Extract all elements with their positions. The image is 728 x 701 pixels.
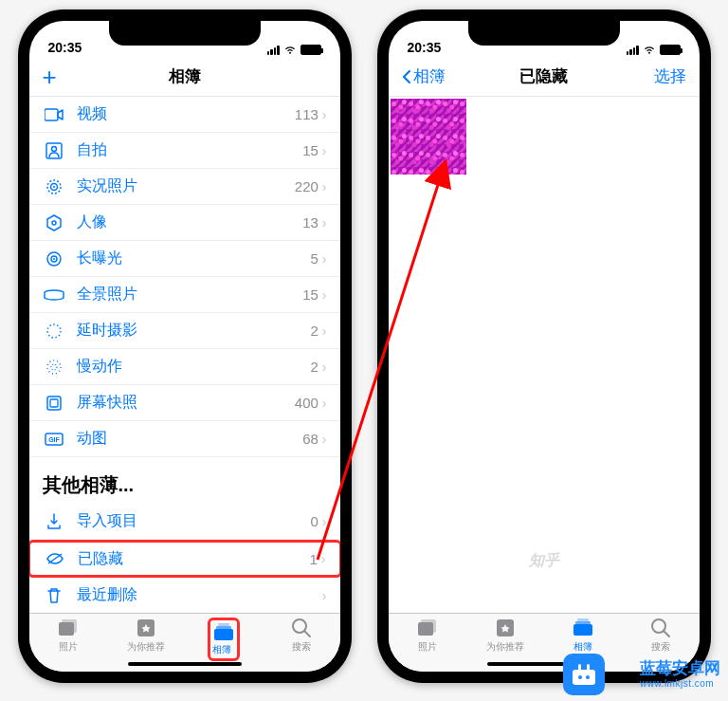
album-label: 动图 (77, 429, 303, 449)
import-icon (43, 513, 65, 530)
album-row-trash[interactable]: 最近删除 › (29, 578, 340, 613)
svg-line-33 (664, 631, 669, 636)
albums-list[interactable]: 视频 113 › 自拍 15 › 实况照片 220 › 人像 13 › 长曝光 … (29, 97, 340, 613)
svg-point-39 (586, 675, 590, 679)
album-label: 延时摄影 (77, 321, 311, 341)
wifi-icon (283, 46, 297, 55)
battery-icon (300, 45, 321, 55)
album-row-hidden[interactable]: 已隐藏 1 › (29, 540, 340, 578)
svg-point-2 (51, 146, 56, 151)
album-label: 最近删除 (77, 585, 318, 605)
tab-label: 相簿 (212, 644, 231, 655)
album-row-video[interactable]: 视频 113 › (29, 97, 340, 133)
nav-bar: + 相簿 (29, 57, 340, 97)
other-albums-header: 其他相薄... (29, 457, 340, 504)
svg-rect-19 (62, 619, 77, 633)
album-count: 113 (295, 106, 318, 122)
album-row-timelapse[interactable]: 延时摄影 2 › (29, 313, 340, 349)
add-button[interactable]: + (43, 65, 57, 89)
album-row-portrait[interactable]: 人像 13 › (29, 205, 340, 241)
album-count: 400 (295, 395, 318, 411)
album-row-screenshot[interactable]: 屏幕快照 400 › (29, 385, 340, 421)
album-row-live[interactable]: 实况照片 220 › (29, 169, 340, 205)
live-icon (43, 178, 65, 195)
timelapse-icon (43, 323, 65, 340)
notch (109, 21, 261, 46)
chevron-right-icon: › (322, 179, 327, 194)
chevron-right-icon: › (322, 514, 327, 529)
album-label: 人像 (77, 212, 303, 232)
album-count: 2 (310, 359, 318, 375)
tab-icon (416, 618, 439, 638)
nav-bar: 相簿 已隐藏 选择 (389, 57, 700, 97)
status-time: 20:35 (48, 40, 82, 55)
svg-rect-36 (578, 664, 581, 672)
chevron-right-icon: › (322, 143, 327, 158)
album-count: 1 (309, 551, 317, 567)
chevron-left-icon (402, 69, 411, 84)
signal-icon (627, 46, 639, 55)
album-count: 15 (302, 142, 318, 158)
tab-label: 相簿 (573, 640, 592, 654)
album-label: 长曝光 (77, 249, 311, 268)
longexp-icon (43, 250, 65, 267)
video-icon (43, 108, 65, 121)
watermark-name: 蓝莓安卓网 (640, 659, 720, 678)
chevron-right-icon: › (322, 215, 327, 231)
svg-point-6 (52, 221, 56, 225)
tab-photos[interactable]: 照片 (389, 618, 466, 672)
album-row-selfie[interactable]: 自拍 15 › (29, 133, 340, 169)
tab-search[interactable]: 搜索 (263, 618, 340, 672)
album-label: 视频 (77, 104, 295, 124)
svg-point-11 (47, 360, 61, 374)
album-label: 屏幕快照 (77, 393, 295, 413)
chevron-right-icon: › (322, 287, 327, 303)
album-row-pano[interactable]: 全景照片 15 › (29, 277, 340, 313)
svg-point-38 (578, 675, 582, 679)
tab-label: 照片 (59, 640, 78, 654)
svg-rect-14 (50, 399, 58, 407)
album-label: 已隐藏 (78, 549, 310, 569)
svg-rect-35 (573, 670, 595, 685)
zhihu-watermark: 知乎 (529, 551, 559, 571)
svg-rect-37 (587, 664, 590, 672)
tab-label: 搜索 (651, 640, 670, 654)
svg-point-12 (51, 364, 57, 370)
photo-thumbnail[interactable] (391, 99, 466, 175)
svg-rect-29 (573, 624, 592, 636)
select-button[interactable]: 选择 (654, 65, 686, 87)
gif-icon: GIF (43, 433, 65, 446)
slomo-icon (43, 359, 65, 376)
album-label: 导入项目 (77, 511, 311, 531)
svg-rect-21 (214, 629, 233, 640)
album-row-import[interactable]: 导入项目 0 › (29, 504, 340, 540)
back-button[interactable]: 相簿 (402, 65, 446, 87)
album-row-longexp[interactable]: 长曝光 5 › (29, 241, 340, 277)
chevron-right-icon: › (322, 432, 327, 447)
watermark-url: www.lmkjst.com (640, 678, 720, 690)
svg-text:GIF: GIF (48, 436, 60, 443)
svg-rect-23 (218, 623, 229, 626)
signal-icon (267, 46, 280, 55)
home-indicator[interactable] (128, 662, 242, 666)
album-row-slomo[interactable]: 慢动作 2 › (29, 349, 340, 385)
chevron-right-icon: › (322, 107, 327, 122)
chevron-right-icon: › (322, 360, 327, 375)
trash-icon (43, 587, 65, 604)
nav-title: 相簿 (169, 65, 201, 87)
album-row-gif[interactable]: GIF 动图 68 › (29, 421, 340, 457)
svg-rect-31 (577, 618, 589, 621)
tab-label: 搜索 (292, 640, 311, 654)
album-count: 2 (310, 323, 318, 339)
album-label: 全景照片 (77, 285, 303, 304)
hidden-photos-grid[interactable]: 知乎 (389, 97, 700, 613)
battery-icon (660, 45, 681, 55)
tab-icon (572, 618, 594, 638)
nav-title: 已隐藏 (519, 65, 568, 87)
watermark-text: 蓝莓安卓网 www.lmkjst.com (640, 659, 720, 690)
album-count: 15 (302, 286, 318, 303)
tab-icon (649, 618, 672, 638)
tab-photos[interactable]: 照片 (29, 618, 107, 672)
album-label: 自拍 (77, 140, 303, 160)
wifi-icon (643, 46, 656, 55)
